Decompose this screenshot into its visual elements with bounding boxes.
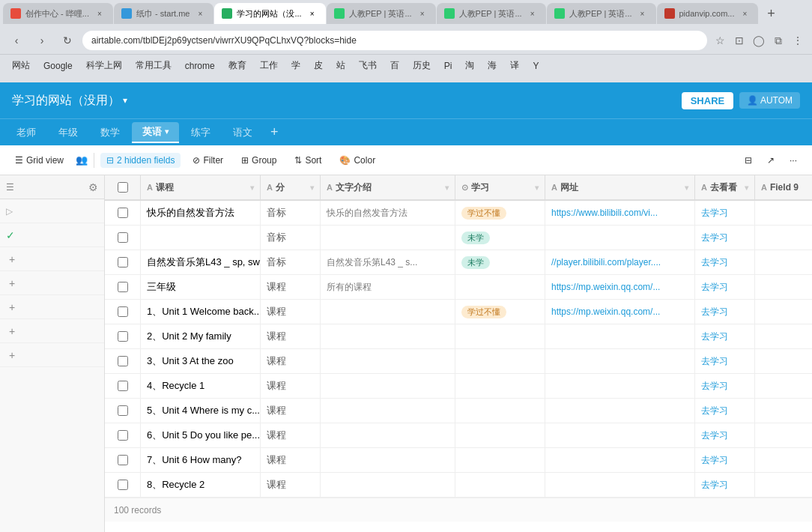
row-checkbox-input-6[interactable] bbox=[118, 331, 128, 342]
share-view-button[interactable]: ↗ bbox=[761, 152, 781, 169]
bookmark-website[interactable]: 网站 bbox=[6, 58, 36, 73]
table-row[interactable]: 快乐的自然发音方法 音标 快乐的自然发音方法 学过不懂 https://www.… bbox=[105, 201, 812, 226]
cell-url-10[interactable] bbox=[545, 423, 695, 447]
row-checkbox-4[interactable] bbox=[105, 275, 141, 299]
goto-link[interactable]: 去学习 bbox=[701, 207, 728, 220]
cell-course-1[interactable]: 快乐的自然发音方法 bbox=[141, 201, 261, 225]
sidebar-plus-5[interactable]: + bbox=[0, 343, 104, 367]
tab-math[interactable]: 数学 bbox=[90, 123, 130, 142]
row-checkbox-input-9[interactable] bbox=[118, 405, 128, 416]
tab-close-5[interactable]: × bbox=[527, 7, 539, 19]
table-row[interactable]: 3、Unit 3 At the zoo 课程 去学习 bbox=[105, 349, 812, 374]
cell-url-2[interactable] bbox=[545, 226, 695, 250]
tab-chinese[interactable]: 语文 bbox=[222, 123, 263, 142]
cell-goto-9[interactable]: 去学习 bbox=[695, 399, 755, 423]
header-fen[interactable]: A 分 ▾ bbox=[261, 175, 321, 199]
tab-calligraphy[interactable]: 练字 bbox=[181, 123, 221, 142]
tab-teacher[interactable]: 老师 bbox=[6, 123, 46, 142]
select-all-checkbox[interactable] bbox=[118, 182, 128, 193]
bookmark-science[interactable]: 科学上网 bbox=[80, 58, 128, 73]
autom-button[interactable]: 👤 AUTOM bbox=[739, 92, 800, 109]
url-link[interactable]: https://mp.weixin.qq.com/... bbox=[551, 306, 660, 317]
row-checkbox-2[interactable] bbox=[105, 226, 141, 250]
table-row[interactable]: 4、Recycle 1 课程 去学习 bbox=[105, 374, 812, 399]
extension-icon[interactable]: ⧉ bbox=[770, 32, 787, 49]
tab-close-4[interactable]: × bbox=[416, 7, 428, 19]
goto-link[interactable]: 去学习 bbox=[701, 454, 728, 467]
tab-close-3[interactable]: × bbox=[306, 7, 318, 19]
bookmark-star-icon[interactable]: ☆ bbox=[712, 32, 728, 49]
cell-course-8[interactable]: 4、Recycle 1 bbox=[141, 374, 261, 398]
cell-url-4[interactable]: https://mp.weixin.qq.com/... bbox=[545, 275, 695, 299]
bookmark-work[interactable]: 工作 bbox=[254, 58, 284, 73]
row-checkbox-input-12[interactable] bbox=[118, 480, 128, 490]
cell-course-7[interactable]: 3、Unit 3 At the zoo bbox=[141, 349, 261, 373]
header-checkbox[interactable] bbox=[105, 175, 141, 199]
cell-course-2[interactable] bbox=[141, 226, 261, 250]
browser-tab-3[interactable]: 学习的网站（没... × bbox=[214, 3, 325, 24]
row-checkbox-12[interactable] bbox=[105, 473, 141, 497]
row-checkbox-input-10[interactable] bbox=[118, 430, 128, 441]
new-tab-button[interactable]: + bbox=[759, 3, 783, 24]
add-tab-button[interactable]: + bbox=[264, 121, 285, 143]
url-link[interactable]: //player.bilibili.com/player.... bbox=[551, 257, 661, 267]
bookmark-hai[interactable]: 海 bbox=[482, 58, 503, 73]
cell-goto-6[interactable]: 去学习 bbox=[695, 324, 755, 348]
browser-tab-6[interactable]: 人教PEP | 英语... × bbox=[547, 3, 656, 24]
bookmark-tao[interactable]: 淘 bbox=[459, 58, 480, 73]
browser-tab-7[interactable]: pidanvip.com... × bbox=[657, 3, 759, 24]
bookmark-zhan[interactable]: 站 bbox=[330, 58, 351, 73]
cell-goto-8[interactable]: 去学习 bbox=[695, 374, 755, 398]
table-row[interactable]: 2、Unit 2 My family 课程 去学习 bbox=[105, 324, 812, 349]
sidebar-plus-1[interactable]: + bbox=[0, 247, 104, 271]
group-button[interactable]: ⊞ Group bbox=[235, 152, 282, 169]
color-button[interactable]: 🎨 Color bbox=[333, 152, 381, 169]
tab-close-7[interactable]: × bbox=[739, 7, 751, 19]
header-goto[interactable]: A 去看看 ▾ bbox=[695, 175, 755, 199]
cell-course-11[interactable]: 7、Unit 6 How many? bbox=[141, 448, 261, 472]
bookmark-xue[interactable]: 学 bbox=[285, 58, 306, 73]
row-checkbox-input-5[interactable] bbox=[118, 306, 128, 317]
sidebar-plus-3[interactable]: + bbox=[0, 295, 104, 319]
cell-course-12[interactable]: 8、Recycle 2 bbox=[141, 473, 261, 497]
cell-url-12[interactable] bbox=[545, 473, 695, 497]
row-checkbox-10[interactable] bbox=[105, 423, 141, 447]
bookmark-chrome[interactable]: chrome bbox=[179, 59, 221, 73]
cell-url-8[interactable] bbox=[545, 374, 695, 398]
row-checkbox-6[interactable] bbox=[105, 324, 141, 348]
cell-course-6[interactable]: 2、Unit 2 My family bbox=[141, 324, 261, 348]
row-checkbox-7[interactable] bbox=[105, 349, 141, 373]
row-checkbox-input-1[interactable] bbox=[118, 208, 128, 218]
sort-button[interactable]: ⇅ Sort bbox=[288, 152, 327, 169]
sidebar-plus-2[interactable]: + bbox=[0, 271, 104, 295]
goto-link[interactable]: 去学习 bbox=[701, 281, 728, 294]
cell-goto-4[interactable]: 去学习 bbox=[695, 275, 755, 299]
table-row[interactable]: 自然发音乐第L43 _ sp, sw,... 音标 自然发音乐第L43 _ s.… bbox=[105, 250, 812, 275]
row-checkbox-input-11[interactable] bbox=[118, 455, 128, 465]
row-checkbox-input-4[interactable] bbox=[118, 282, 128, 292]
goto-link[interactable]: 去学习 bbox=[701, 405, 728, 417]
grid-view-button[interactable]: ☰ Grid view bbox=[9, 152, 70, 169]
cell-course-9[interactable]: 5、Unit 4 Where is my c... bbox=[141, 399, 261, 423]
tab-grade[interactable]: 年级 bbox=[48, 123, 88, 142]
back-button[interactable]: ‹ bbox=[6, 30, 27, 51]
cell-goto-12[interactable]: 去学习 bbox=[695, 473, 755, 497]
cell-url-6[interactable] bbox=[545, 324, 695, 348]
more-options-button[interactable]: ··· bbox=[784, 152, 803, 169]
cell-goto-5[interactable]: 去学习 bbox=[695, 300, 755, 324]
forward-button[interactable]: › bbox=[31, 30, 52, 51]
cell-goto-7[interactable]: 去学习 bbox=[695, 349, 755, 373]
row-checkbox-11[interactable] bbox=[105, 448, 141, 472]
goto-link[interactable]: 去学习 bbox=[701, 330, 728, 343]
cell-url-5[interactable]: https://mp.weixin.qq.com/... bbox=[545, 300, 695, 324]
tab-close-6[interactable]: × bbox=[637, 7, 649, 19]
cell-course-5[interactable]: 1、Unit 1 Welcome back.... bbox=[141, 300, 261, 324]
cell-goto-1[interactable]: 去学习 bbox=[695, 201, 755, 225]
url-link[interactable]: https://mp.weixin.qq.com/... bbox=[551, 282, 660, 292]
tab-close-1[interactable]: × bbox=[94, 7, 106, 19]
row-checkbox-9[interactable] bbox=[105, 399, 141, 423]
menu-icon[interactable]: ⋮ bbox=[790, 32, 806, 49]
row-checkbox-input-7[interactable] bbox=[118, 356, 128, 366]
share-button[interactable]: SHARE bbox=[682, 92, 734, 109]
bookmark-pi[interactable]: 皮 bbox=[308, 58, 329, 73]
